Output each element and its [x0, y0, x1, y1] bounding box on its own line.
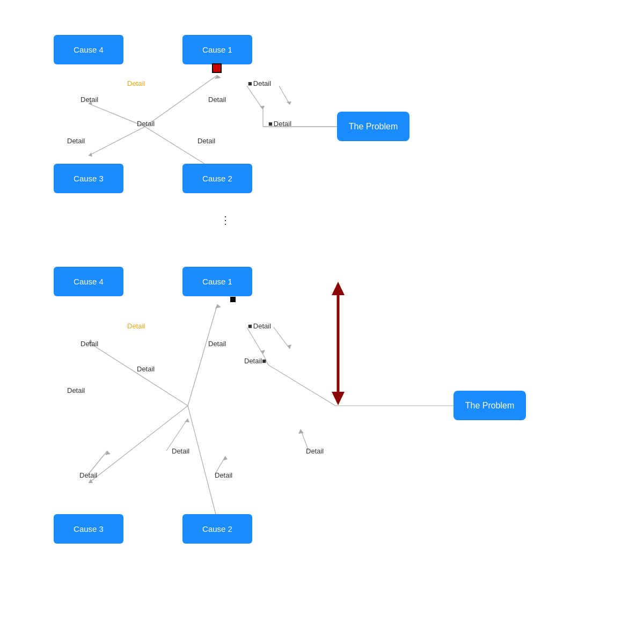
cause2-top[interactable]: Cause 2 — [182, 164, 252, 193]
detail-bot-9: Detail — [79, 471, 97, 479]
detail-bot-6: Detail■ — [244, 357, 266, 365]
svg-marker-4 — [215, 75, 221, 79]
svg-line-3 — [145, 75, 217, 127]
detail-bot-11: Detail — [306, 447, 324, 455]
detail-top-1: Detail — [127, 79, 145, 87]
svg-line-12 — [279, 86, 290, 105]
cause2-bottom[interactable]: Cause 2 — [182, 514, 252, 544]
svg-line-19 — [188, 304, 217, 406]
problem-top[interactable]: The Problem — [337, 112, 409, 141]
cause4-top[interactable]: Cause 4 — [54, 35, 123, 64]
detail-bot-8: Detail — [172, 447, 189, 455]
svg-line-21 — [89, 406, 188, 483]
svg-line-25 — [274, 327, 290, 349]
detail-bot-5: Detail — [208, 340, 226, 348]
svg-marker-41 — [332, 392, 345, 405]
cause3-top[interactable]: Cause 3 — [54, 164, 123, 193]
cause3-bottom[interactable]: Cause 3 — [54, 514, 123, 544]
detail-top-3: Detail — [137, 120, 155, 128]
svg-marker-11 — [260, 106, 265, 109]
diagram-container: Cause 4 Cause 1 Cause 3 Cause 2 The Prob… — [0, 0, 644, 644]
red-arrow — [322, 279, 354, 408]
svg-marker-38 — [298, 429, 304, 434]
detail-top-7: ■Detail — [248, 79, 271, 87]
svg-marker-13 — [287, 101, 291, 105]
svg-line-31 — [166, 419, 188, 451]
detail-bot-4: Detail — [67, 386, 85, 394]
detail-bot-1: Detail — [127, 322, 145, 330]
cause4-bottom[interactable]: Cause 4 — [54, 267, 123, 296]
svg-line-27 — [247, 327, 263, 354]
svg-marker-32 — [185, 419, 189, 422]
detail-top-5: Detail — [208, 96, 226, 104]
svg-marker-28 — [260, 350, 265, 354]
cause1-top[interactable]: Cause 1 — [182, 35, 252, 64]
detail-top-4: Detail — [67, 137, 85, 145]
svg-marker-20 — [215, 304, 221, 309]
problem-bottom[interactable]: The Problem — [453, 391, 526, 420]
detail-bot-2: Detail — [80, 340, 98, 348]
svg-line-10 — [247, 86, 263, 109]
svg-marker-22 — [89, 479, 93, 483]
detail-bot-10: Detail — [215, 471, 232, 479]
svg-marker-26 — [287, 345, 291, 349]
svg-line-33 — [89, 451, 107, 474]
svg-line-17 — [89, 342, 188, 406]
svg-marker-34 — [105, 451, 111, 455]
cause1-top-selected — [212, 63, 222, 73]
dots-separator: ⋮ — [220, 214, 232, 226]
svg-marker-40 — [332, 282, 345, 295]
svg-line-23 — [188, 406, 217, 521]
detail-top-6: Detail — [197, 137, 215, 145]
detail-top-2: Detail — [80, 96, 98, 104]
detail-bot-3: Detail — [137, 365, 155, 373]
detail-bot-7: ■Detail — [248, 322, 271, 330]
svg-line-5 — [89, 127, 145, 156]
svg-marker-6 — [89, 152, 92, 157]
cause1-bottom-handle — [230, 297, 236, 302]
cause1-bottom[interactable]: Cause 1 — [182, 267, 252, 296]
detail-top-8: ■Detail — [268, 120, 291, 128]
svg-marker-36 — [223, 456, 228, 460]
